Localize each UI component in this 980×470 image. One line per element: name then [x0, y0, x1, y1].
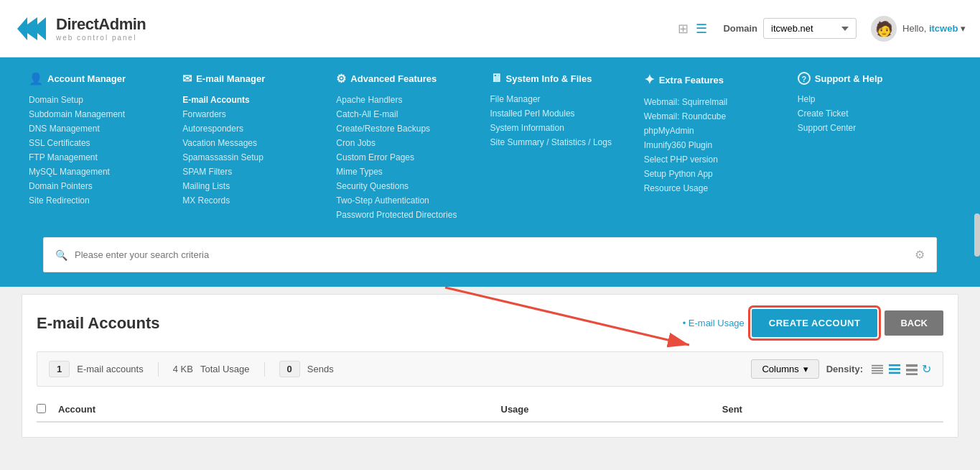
support-center-link[interactable]: Support Center — [798, 123, 856, 133]
header-right: ⊞ ☰ Domain itcweb.net 🧑 Hello, itcweb ▾ — [676, 16, 966, 42]
grid-view-icon[interactable]: ⊞ — [676, 19, 690, 38]
account-manager-list: Domain Setup Subdomain Management DNS Ma… — [29, 94, 182, 206]
email-usage-link[interactable]: E-mail Usage — [683, 318, 745, 328]
list-item: Two-Step Authentication — [336, 195, 490, 206]
resource-usage-link[interactable]: Resource Usage — [644, 183, 708, 193]
subdomain-management-link[interactable]: Subdomain Management — [29, 109, 125, 119]
user-area[interactable]: 🧑 Hello, itcweb ▾ — [871, 16, 966, 42]
section-actions: E-mail Usage CREATE ACCOUNT BACK — [683, 309, 943, 337]
density-comfortable-icon[interactable] — [905, 362, 919, 377]
directadmin-logo-icon — [14, 11, 49, 46]
section-title: E-mail Accounts — [37, 314, 160, 333]
ftp-management-link[interactable]: FTP Management — [29, 152, 98, 162]
total-usage-label: Total Usage — [200, 364, 250, 374]
spamassassin-setup-link[interactable]: Spamassassin Setup — [182, 152, 263, 162]
list-item: Site Redirection — [29, 195, 182, 206]
forwarders-link[interactable]: Forwarders — [182, 109, 226, 119]
help-link[interactable]: Help — [798, 94, 816, 104]
create-ticket-link[interactable]: Create Ticket — [798, 109, 849, 119]
nav-col-advanced-features: ⚙ Advanced Features Apache Handlers Catc… — [336, 72, 490, 224]
system-information-link[interactable]: System Information — [490, 123, 564, 133]
apache-handlers-link[interactable]: Apache Handlers — [336, 95, 402, 105]
site-redirection-link[interactable]: Site Redirection — [29, 195, 90, 206]
security-questions-link[interactable]: Security Questions — [336, 181, 409, 191]
list-view-icon[interactable]: ☰ — [694, 19, 709, 38]
density-normal-icon[interactable] — [887, 362, 902, 377]
list-item: Custom Error Pages — [336, 152, 490, 162]
installed-perl-modules-link[interactable]: Installed Perl Modules — [490, 109, 575, 119]
domain-label: Domain — [723, 23, 757, 34]
columns-chevron-icon: ▾ — [803, 364, 808, 374]
password-protected-dirs-link[interactable]: Password Protected Directories — [336, 210, 457, 220]
sends-count-badge: 0 — [279, 361, 300, 377]
cron-jobs-link[interactable]: Cron Jobs — [336, 138, 375, 148]
select-all-checkbox[interactable] — [37, 404, 46, 413]
setup-python-app-link[interactable]: Setup Python App — [644, 169, 713, 179]
svg-rect-10 — [906, 364, 918, 367]
site-summary-link[interactable]: Site Summary / Statistics / Logs — [490, 137, 612, 147]
refresh-icon[interactable]: ↻ — [922, 362, 931, 376]
density-label: Density: — [826, 364, 863, 374]
nav-col-account-manager: 👤 Account Manager Domain Setup Subdomain… — [29, 72, 182, 224]
list-item: System Information — [490, 122, 644, 133]
svg-rect-12 — [906, 373, 918, 375]
nav-col-email-manager: ✉ E-mail Manager E-mail Accounts Forward… — [182, 72, 336, 224]
mx-records-link[interactable]: MX Records — [182, 195, 230, 206]
domain-setup-link[interactable]: Domain Setup — [29, 95, 83, 105]
domain-pointers-link[interactable]: Domain Pointers — [29, 181, 93, 191]
mime-types-link[interactable]: Mime Types — [336, 167, 382, 177]
create-restore-backups-link[interactable]: Create/Restore Backups — [336, 124, 430, 134]
table-header: Account Usage Sent — [37, 398, 943, 423]
list-item: Support Center — [798, 122, 951, 133]
autoresponders-link[interactable]: Autoresponders — [182, 124, 243, 134]
webmail-squirrelmail-link[interactable]: Webmail: Squirrelmail — [644, 97, 727, 107]
catch-all-email-link[interactable]: Catch-All E-mail — [336, 109, 398, 119]
table-sent-header: Sent — [722, 404, 943, 415]
two-step-auth-link[interactable]: Two-Step Authentication — [336, 195, 429, 206]
search-input[interactable] — [75, 249, 907, 260]
list-item: MX Records — [182, 195, 336, 206]
svg-rect-4 — [872, 367, 883, 369]
create-account-button[interactable]: CREATE ACCOUNT — [752, 309, 878, 337]
imunify360-link[interactable]: Imunify360 Plugin — [644, 140, 712, 150]
list-item: Catch-All E-mail — [336, 109, 490, 119]
stats-row: 1 E-mail accounts 4 KB Total Usage 0 Sen… — [37, 351, 943, 387]
search-settings-icon[interactable]: ⚙ — [915, 248, 925, 262]
select-php-version-link[interactable]: Select PHP version — [644, 155, 718, 165]
header: DirectAdmin web control panel ⊞ ☰ Domain… — [0, 0, 980, 57]
nav-col-support-help: ? Support & Help Help Create Ticket Supp… — [798, 72, 951, 224]
back-button[interactable]: BACK — [885, 310, 943, 336]
support-help-title: Support & Help — [815, 73, 883, 84]
email-manager-title: E-mail Manager — [196, 73, 265, 84]
main-content: E-mail Accounts E-mail Usage CREATE ACCO… — [22, 294, 958, 438]
density-compact-icon[interactable] — [870, 362, 885, 377]
list-item: Installed Perl Modules — [490, 108, 644, 119]
spam-filters-link[interactable]: SPAM Filters — [182, 167, 232, 177]
domain-section: Domain itcweb.net — [723, 18, 857, 39]
list-item: Autoresponders — [182, 123, 336, 134]
email-accounts-link[interactable]: E-mail Accounts — [182, 95, 250, 105]
stat-separator-2 — [264, 362, 265, 377]
list-item: Imunify360 Plugin — [644, 139, 798, 150]
file-manager-link[interactable]: File Manager — [490, 94, 541, 104]
list-item: Site Summary / Statistics / Logs — [490, 137, 644, 147]
svg-rect-9 — [889, 372, 900, 374]
dns-management-link[interactable]: DNS Management — [29, 124, 100, 134]
ssl-certificates-link[interactable]: SSL Certificates — [29, 138, 90, 148]
brand-sub: web control panel — [56, 34, 146, 42]
scrollbar[interactable] — [974, 213, 980, 257]
list-item: Subdomain Management — [29, 109, 182, 119]
list-item: SPAM Filters — [182, 166, 336, 177]
vacation-messages-link[interactable]: Vacation Messages — [182, 138, 257, 148]
domain-select[interactable]: itcweb.net — [763, 18, 857, 39]
mailing-lists-link[interactable]: Mailing Lists — [182, 181, 230, 191]
columns-button[interactable]: Columns ▾ — [751, 359, 818, 379]
user-avatar: 🧑 — [871, 16, 897, 42]
webmail-roundcube-link[interactable]: Webmail: Roundcube — [644, 111, 727, 121]
custom-error-pages-link[interactable]: Custom Error Pages — [336, 152, 414, 162]
columns-label: Columns — [762, 364, 798, 374]
email-manager-list: E-mail Accounts Forwarders Autoresponder… — [182, 94, 336, 206]
mysql-management-link[interactable]: MySQL Management — [29, 167, 110, 177]
list-item: SSL Certificates — [29, 137, 182, 148]
phpmyadmin-link[interactable]: phpMyAdmin — [644, 126, 694, 136]
